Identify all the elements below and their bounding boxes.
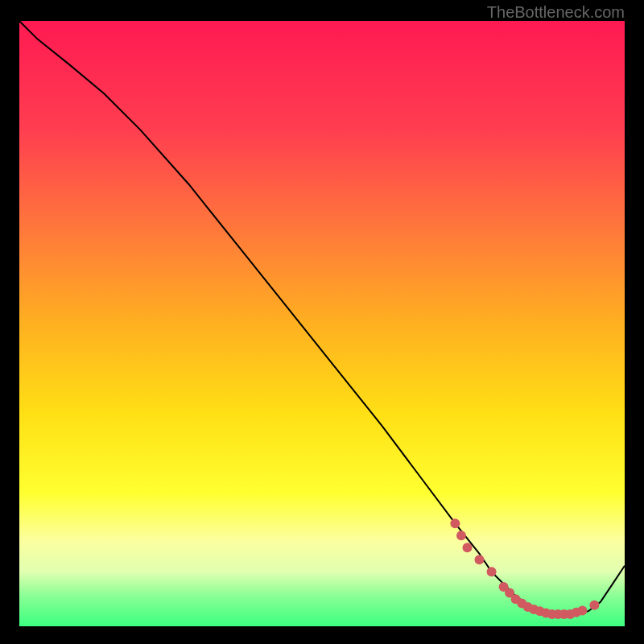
plot-area: [19, 21, 625, 626]
chart-container: TheBottleneck.com: [0, 0, 644, 644]
gradient-background: [19, 21, 625, 626]
svg-point-18: [577, 605, 587, 615]
chart-svg: [19, 21, 625, 626]
svg-point-1: [456, 530, 466, 540]
watermark-text: TheBottleneck.com: [487, 3, 625, 22]
svg-point-19: [589, 601, 599, 610]
svg-point-3: [475, 555, 485, 564]
svg-point-2: [463, 543, 473, 552]
svg-point-4: [487, 567, 497, 576]
svg-point-0: [450, 518, 460, 528]
